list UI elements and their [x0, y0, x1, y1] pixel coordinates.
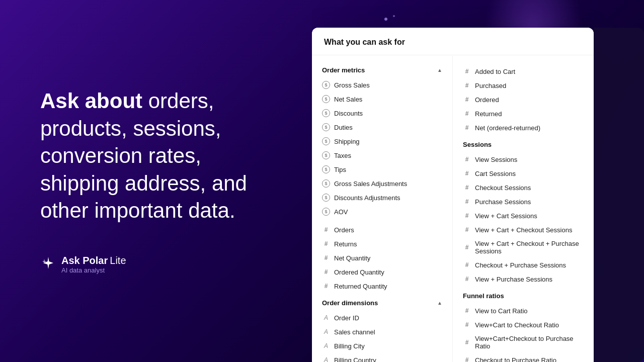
item-view-cart-checkout-purchase-sessions: View + Cart + Checkout + Purchase Sessio… — [475, 240, 584, 255]
panel-container: What you can ask for Order metrics ▲ $ G… — [312, 0, 644, 362]
list-item[interactable]: # View+Cart to Checkout Ratio — [453, 318, 594, 332]
dark-sidebar — [594, 28, 644, 362]
item-order-id: Order ID — [334, 314, 359, 322]
list-item[interactable]: # Returns — [312, 237, 452, 251]
item-sales-channel: Sales channel — [334, 328, 375, 336]
item-returned: Returned — [475, 110, 502, 118]
brand-name: Ask Polar Lite — [61, 255, 126, 266]
list-item[interactable]: # Added to Cart — [453, 64, 594, 78]
section-header-funnel-ratios: Funnel ratios — [453, 286, 594, 304]
list-item[interactable]: # View+Cart+Checkout to Purchase Ratio — [453, 332, 594, 353]
dollar-icon: $ — [322, 208, 330, 216]
list-item[interactable]: $ Gross Sales Adjustments — [312, 176, 452, 191]
list-item[interactable]: # View + Cart + Checkout + Purchase Sess… — [453, 237, 594, 258]
list-item[interactable]: $ Gross Sales — [312, 78, 452, 92]
hash-icon: # — [463, 321, 471, 329]
item-duties: Duties — [334, 124, 353, 131]
item-returned-quantity: Returned Quantity — [334, 283, 387, 290]
item-added-to-cart: Added to Cart — [475, 68, 515, 75]
hash-icon: # — [463, 81, 471, 89]
hash-icon: # — [463, 169, 471, 177]
hash-icon: # — [463, 67, 471, 75]
list-item[interactable]: # Purchase Sessions — [453, 195, 594, 209]
a-icon: A — [322, 314, 330, 322]
item-discounts-adj: Discounts Adjustments — [334, 194, 400, 202]
list-item[interactable]: A Order ID — [312, 311, 452, 325]
hash-icon: # — [322, 282, 330, 290]
item-view-cart-checkout-sessions: View + Cart + Checkout Sessions — [475, 226, 572, 234]
list-item[interactable]: # View Sessions — [453, 152, 594, 166]
dollar-icon: $ — [322, 123, 330, 131]
item-aov: AOV — [334, 208, 348, 216]
item-orders: Orders — [334, 226, 354, 234]
list-item[interactable]: # Net Quantity — [312, 251, 452, 265]
hero-bold: Ask about — [40, 89, 142, 113]
list-item[interactable]: $ Net Sales — [312, 92, 452, 106]
list-item[interactable]: # View + Cart + Checkout Sessions — [453, 223, 594, 237]
list-item[interactable]: # Orders — [312, 223, 452, 237]
left-column[interactable]: Order metrics ▲ $ Gross Sales $ Net Sale… — [312, 56, 453, 362]
list-item[interactable]: # Returned — [453, 107, 594, 121]
list-item[interactable]: # Purchased — [453, 78, 594, 93]
section-header-order-dimensions[interactable]: Order dimensions ▲ — [312, 293, 452, 311]
brand-name-bold: Ask Polar — [61, 255, 108, 266]
list-item[interactable]: $ Taxes — [312, 148, 452, 162]
list-item[interactable]: $ Duties — [312, 120, 452, 134]
list-item[interactable]: # Checkout to Purchase Ratio — [453, 353, 594, 362]
hash-icon: # — [463, 184, 471, 192]
a-icon: A — [322, 342, 330, 350]
hash-icon: # — [463, 338, 471, 346]
list-item[interactable]: A Billing Country — [312, 353, 452, 362]
item-shipping: Shipping — [334, 138, 360, 145]
dollar-icon: $ — [322, 137, 330, 145]
item-cart-sessions: Cart Sessions — [475, 170, 516, 177]
dollar-icon: $ — [322, 179, 330, 188]
brand-logo: Ask Polar Lite AI data analyst — [40, 255, 272, 275]
list-item[interactable]: $ Discounts — [312, 106, 452, 120]
list-item[interactable]: # View + Purchase Sessions — [453, 272, 594, 286]
list-item[interactable]: A Billing City — [312, 339, 452, 353]
list-item[interactable]: # Ordered Quantity — [312, 265, 452, 279]
item-checkout-purchase-ratio: Checkout to Purchase Ratio — [475, 356, 556, 363]
hash-icon: # — [463, 243, 471, 251]
brand-icon — [40, 255, 56, 275]
hash-icon: # — [463, 155, 471, 163]
list-item[interactable]: $ AOV — [312, 205, 452, 219]
chevron-up-icon: ▲ — [437, 300, 442, 306]
hash-icon: # — [322, 226, 330, 234]
dollar-icon: $ — [322, 109, 330, 117]
hash-icon: # — [322, 268, 330, 276]
list-item[interactable]: $ Shipping — [312, 134, 452, 148]
a-icon: A — [322, 328, 330, 336]
list-item[interactable]: # Checkout Sessions — [453, 180, 594, 195]
item-returns: Returns — [334, 240, 357, 248]
section-header-order-metrics[interactable]: Order metrics ▲ — [312, 60, 452, 78]
list-item[interactable]: $ Tips — [312, 162, 452, 176]
panel-title: What you can ask for — [312, 28, 594, 55]
item-view-sessions: View Sessions — [475, 156, 517, 163]
chevron-up-icon: ▲ — [437, 67, 442, 73]
section-label-sessions: Sessions — [463, 141, 492, 148]
list-item[interactable]: # Net (ordered-returned) — [453, 121, 594, 135]
right-column[interactable]: # Added to Cart # Purchased # Ordered # … — [453, 56, 594, 362]
list-item[interactable]: # View to Cart Ratio — [453, 304, 594, 318]
list-item[interactable]: # Returned Quantity — [312, 279, 452, 293]
list-item[interactable]: # Cart Sessions — [453, 166, 594, 180]
hash-icon: # — [463, 124, 471, 132]
hash-icon: # — [463, 226, 471, 234]
dollar-icon: $ — [322, 151, 330, 159]
item-net-quantity: Net Quantity — [334, 254, 370, 262]
list-item[interactable]: # View + Cart Sessions — [453, 209, 594, 223]
item-discounts: Discounts — [334, 110, 363, 117]
hash-icon: # — [463, 198, 471, 206]
section-header-sessions: Sessions — [453, 135, 594, 152]
item-ordered: Ordered — [475, 96, 499, 104]
item-billing-city: Billing City — [334, 342, 365, 350]
brand-subtitle: AI data analyst — [61, 266, 126, 274]
list-item[interactable]: A Sales channel — [312, 325, 452, 339]
list-item[interactable]: # Ordered — [453, 93, 594, 107]
list-item[interactable]: # Checkout + Purchase Sessions — [453, 258, 594, 272]
list-item[interactable]: $ Discounts Adjustments — [312, 191, 452, 205]
hash-icon: # — [463, 96, 471, 104]
item-checkout-purchase-sessions: Checkout + Purchase Sessions — [475, 261, 566, 269]
